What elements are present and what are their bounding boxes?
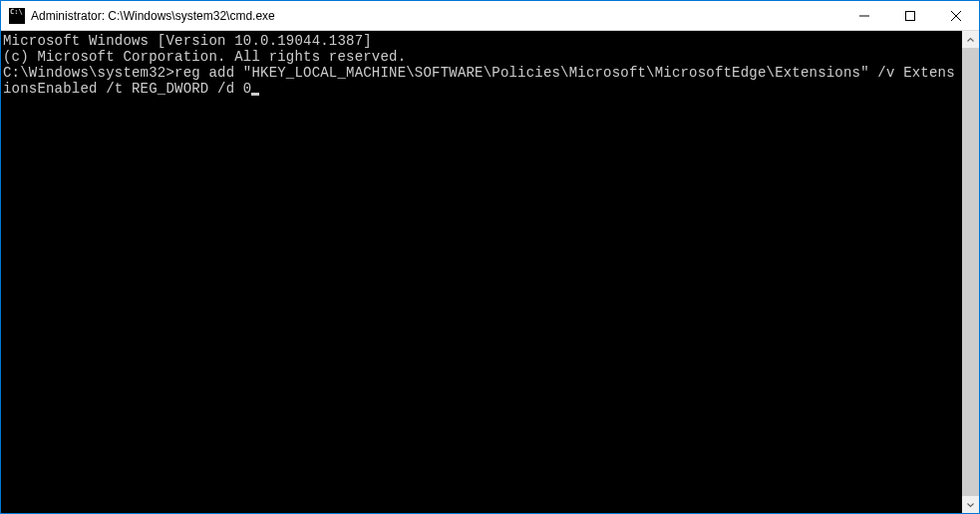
terminal-line: (c) Microsoft Corporation. All rights re… [3, 49, 962, 65]
cmd-icon-text: C:\ [10, 9, 23, 16]
cmd-icon: C:\ [9, 8, 25, 24]
scrollbar-track[interactable] [962, 48, 979, 496]
window-controls [841, 1, 979, 30]
vertical-scrollbar[interactable] [962, 31, 979, 513]
scrollbar-down-button[interactable] [962, 496, 979, 513]
titlebar[interactable]: C:\ Administrator: C:\Windows\system32\c… [1, 1, 979, 31]
chevron-down-icon [967, 502, 974, 508]
scrollbar-up-button[interactable] [962, 31, 979, 48]
close-icon [951, 11, 961, 21]
close-button[interactable] [933, 1, 979, 30]
maximize-button[interactable] [887, 1, 933, 30]
svg-rect-1 [906, 11, 915, 20]
terminal[interactable]: Microsoft Windows [Version 10.0.19044.13… [1, 31, 962, 513]
scrollbar-thumb[interactable] [962, 48, 979, 496]
minimize-button[interactable] [841, 1, 887, 30]
cmd-window: C:\ Administrator: C:\Windows\system32\c… [0, 0, 980, 514]
terminal-cursor [251, 93, 259, 96]
maximize-icon [905, 11, 915, 21]
chevron-up-icon [967, 37, 974, 43]
terminal-line: Microsoft Windows [Version 10.0.19044.13… [3, 33, 962, 49]
window-title: Administrator: C:\Windows\system32\cmd.e… [31, 9, 841, 23]
content-area: Microsoft Windows [Version 10.0.19044.13… [1, 31, 979, 513]
minimize-icon [859, 11, 869, 21]
terminal-prompt: C:\Windows\system32> [3, 65, 174, 81]
